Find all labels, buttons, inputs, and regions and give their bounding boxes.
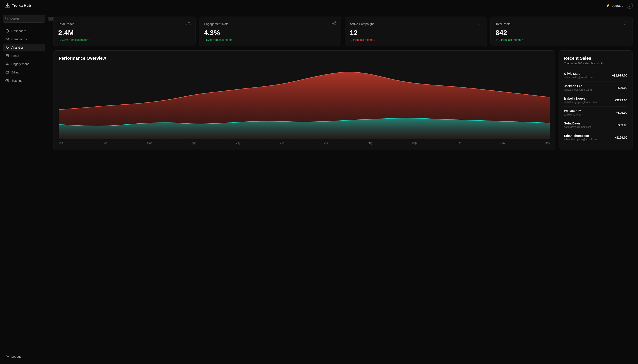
sales-subtitle: You made 265 sales this month. — [564, 62, 627, 65]
sale-amount-1: +$39.00 — [616, 86, 627, 90]
performance-chart-card: Performance Overview — [53, 50, 555, 150]
help-button[interactable]: ? — [627, 2, 633, 9]
svg-point-13 — [7, 80, 8, 81]
stat-label-campaigns: Active Campaigns — [350, 22, 375, 26]
svg-point-17 — [333, 23, 334, 24]
arrow-up-engagement-icon — [233, 38, 235, 42]
stat-value-engagement: 4.3% — [204, 29, 336, 37]
chart-area — [59, 65, 550, 139]
layout: ⌘K Dashboard Campaigns — [0, 11, 638, 364]
sale-email-3: will@email.com — [564, 113, 582, 116]
svg-point-16 — [335, 22, 336, 23]
upgrade-button[interactable]: ⚡ Upgrade — [606, 4, 623, 8]
billing-icon — [5, 70, 9, 74]
stat-card-total-reach: Total Reach 2.4M +20.1% from last month — [53, 16, 195, 46]
search-box[interactable]: ⌘K — [3, 15, 45, 23]
sales-title: Recent Sales — [564, 56, 627, 61]
sale-name-1: Jackson Lee — [564, 84, 592, 88]
bolt-icon: ⚡ — [606, 4, 610, 8]
stat-change-campaigns: -2 from last month — [350, 38, 482, 42]
sidebar: ⌘K Dashboard Campaigns — [0, 11, 48, 364]
svg-marker-6 — [8, 38, 9, 40]
logout-label: Logout — [11, 355, 21, 358]
arrow-up-icon — [89, 38, 91, 42]
sidebar-label-billing: Billing — [11, 70, 20, 74]
sale-amount-2: +$299.00 — [614, 98, 627, 102]
stat-card-header: Total Reach — [58, 21, 190, 26]
sale-item-0: Olivia Martin olivia.martin@email.com +$… — [564, 69, 627, 82]
sale-amount-4: +$39.00 — [616, 123, 627, 127]
logout-icon — [5, 355, 9, 358]
engagement-icon — [5, 62, 9, 66]
logout-button[interactable]: Logout — [3, 353, 45, 360]
stat-card-total-posts: Total Posts 842 +48 from last month — [490, 16, 633, 46]
dashboard-icon — [5, 29, 9, 33]
sale-amount-3: +$99.00 — [616, 111, 627, 114]
svg-point-18 — [335, 24, 336, 25]
app-title: Troika Hub — [12, 4, 31, 8]
arrow-down-icon — [374, 38, 375, 42]
campaigns-icon — [5, 37, 9, 41]
sales-list: Olivia Martin olivia.martin@email.com +$… — [564, 69, 627, 144]
stat-value-campaigns: 12 — [350, 29, 482, 37]
sale-item-3: William Kim will@email.com +$99.00 — [564, 106, 627, 119]
stat-value-posts: 842 — [496, 29, 628, 37]
sale-item-2: Isabella Nguyen isabella.nguyen@email.co… — [564, 94, 627, 106]
sale-email-0: olivia.martin@email.com — [564, 76, 593, 79]
logo-icon — [5, 3, 10, 8]
sidebar-item-settings[interactable]: Settings — [3, 77, 45, 84]
svg-point-15 — [187, 22, 188, 23]
svg-marker-5 — [6, 38, 7, 40]
sale-item-4: Sofia Davis sofia.davis@email.com +$39.0… — [564, 119, 627, 132]
sidebar-label-dashboard: Dashboard — [11, 29, 27, 33]
svg-line-19 — [334, 24, 335, 24]
svg-point-10 — [6, 63, 7, 64]
sidebar-label-settings: Settings — [11, 79, 23, 82]
sale-item-5: Ethan Thompson ethan.thompson@email.com … — [564, 132, 627, 144]
svg-rect-11 — [6, 71, 9, 73]
chart-months: Jan Feb Mar Apr May Jun Jul Aug Sep Oct … — [59, 139, 550, 144]
recent-sales-card: Recent Sales You made 265 sales this mon… — [559, 50, 633, 150]
stat-label-posts: Total Posts — [496, 22, 510, 26]
stats-row: Total Reach 2.4M +20.1% from last month — [53, 16, 633, 46]
posts-stat-icon — [623, 21, 628, 26]
search-input[interactable] — [10, 17, 47, 20]
analytics-icon — [5, 46, 9, 50]
sale-name-0: Olivia Martin — [564, 72, 593, 76]
sidebar-item-dashboard[interactable]: Dashboard — [3, 27, 45, 35]
change-text-reach: +20.1% from last month — [58, 38, 88, 42]
sidebar-label-engagement: Engagement — [11, 62, 29, 66]
sale-item-1: Jackson Lee jackson.lee@email.com +$39.0… — [564, 82, 627, 94]
main-content: Total Reach 2.4M +20.1% from last month — [48, 11, 638, 364]
stat-change-posts: +48 from last month — [496, 38, 628, 42]
topnav-actions: ⚡ Upgrade ? — [606, 2, 633, 9]
stat-change-reach: +20.1% from last month — [58, 38, 190, 42]
stat-value-reach: 2.4M — [58, 29, 190, 37]
sidebar-item-analytics[interactable]: Analytics — [3, 44, 45, 52]
sidebar-item-engagement[interactable]: Engagement — [3, 60, 45, 68]
sale-name-4: Sofia Davis — [564, 122, 591, 125]
stat-label-engagement: Engagement Rate — [204, 22, 229, 26]
stat-change-engagement: +1.2% from last month — [204, 38, 336, 42]
svg-rect-7 — [6, 54, 9, 57]
sidebar-nav: Dashboard Campaigns Analytics — [3, 27, 45, 351]
svg-line-3 — [7, 19, 8, 20]
reach-icon — [186, 21, 190, 26]
svg-line-20 — [334, 22, 335, 23]
sidebar-item-billing[interactable]: Billing — [3, 68, 45, 76]
chart-title: Performance Overview — [59, 56, 550, 61]
sale-amount-0: +$1,999.00 — [612, 74, 627, 77]
stat-card-engagement-rate: Engagement Rate 4.3% +1.2% from last mon… — [199, 16, 341, 46]
app-logo: Troika Hub — [5, 3, 31, 8]
campaigns-stat-icon — [478, 21, 482, 26]
sale-name-5: Ethan Thompson — [564, 134, 597, 138]
stat-label-reach: Total Reach — [58, 22, 74, 26]
sale-amount-5: +$199.00 — [614, 136, 627, 139]
sidebar-item-campaigns[interactable]: Campaigns — [3, 35, 45, 43]
sidebar-label-campaigns: Campaigns — [11, 38, 27, 41]
bottom-row: Performance Overview — [53, 50, 633, 150]
sidebar-item-posts[interactable]: Posts — [3, 52, 45, 60]
topnav: Troika Hub ⚡ Upgrade ? — [0, 0, 638, 11]
posts-icon — [5, 54, 9, 58]
sale-email-1: jackson.lee@email.com — [564, 88, 592, 91]
